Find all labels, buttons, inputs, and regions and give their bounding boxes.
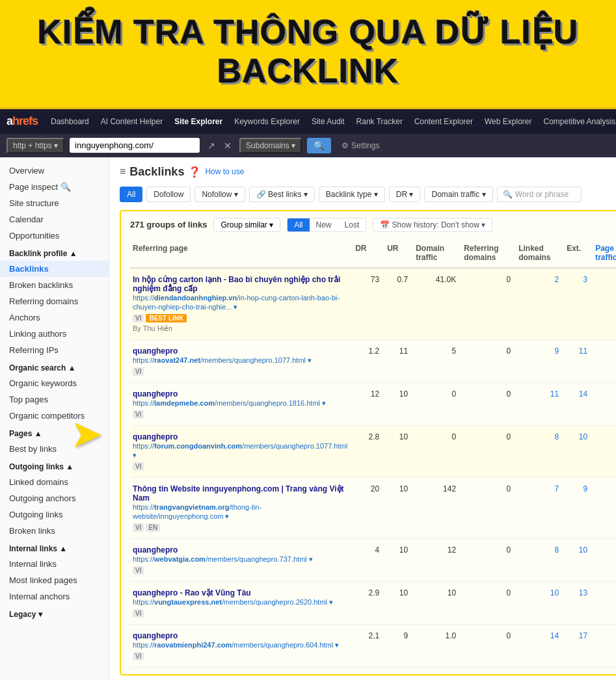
ext-link[interactable]: 10 <box>579 545 587 555</box>
filter-dr-btn[interactable]: DR ▾ <box>389 187 421 202</box>
sidebar-item-backlinks[interactable]: Backlinks <box>0 261 109 277</box>
section-backlink-profile[interactable]: Backlink profile ▲ <box>0 244 109 261</box>
clear-url-icon[interactable]: ✕ <box>221 139 234 152</box>
ext-link[interactable]: 9 <box>583 484 587 493</box>
settings-button[interactable]: ⚙ Settings <box>336 139 384 152</box>
ext-link[interactable]: 11 <box>579 347 587 356</box>
main-layout: Overview Page inspect 🔍 Site structure C… <box>0 157 616 680</box>
sidebar-item-broken-backlinks[interactable]: Broken backlinks <box>0 277 109 293</box>
ext-link[interactable]: 14 <box>579 389 587 399</box>
sidebar-item-opportunities[interactable]: Opportunities <box>0 228 109 244</box>
sidebar-item-calendar[interactable]: Calendar <box>0 211 109 228</box>
linked-domains-link[interactable]: 7 <box>554 484 559 493</box>
tab-new[interactable]: New <box>310 218 338 231</box>
col-linked-domains: Linked domains <box>516 242 561 263</box>
nav-ai-content[interactable]: AI Content Helper <box>96 114 168 129</box>
sidebar-item-site-structure[interactable]: Site structure <box>0 195 109 211</box>
sidebar-item-most-linked-pages[interactable]: Most linked pages <box>0 572 109 588</box>
nav-web-explorer[interactable]: Web Explorer <box>479 114 537 129</box>
linked-domains-link[interactable]: 2 <box>554 275 559 284</box>
filter-best-links-btn[interactable]: 🔗 Best links ▾ <box>249 187 315 202</box>
section-organic-search[interactable]: Organic search ▲ <box>0 358 109 375</box>
linked-domains-link[interactable]: 14 <box>550 631 559 640</box>
page-url-link[interactable]: https://lamdepmebe.com/members/quanghepr… <box>133 399 326 407</box>
col-page-traffic[interactable]: Page ▾ traffic <box>593 242 616 263</box>
section-outgoing-links[interactable]: Outgoing links ▲ <box>0 457 109 474</box>
sidebar-item-outgoing-links[interactable]: Outgoing links <box>0 506 109 523</box>
page-url-link[interactable]: https://raovatmienphi247.com/members/qua… <box>133 641 339 649</box>
sidebar-item-anchors[interactable]: Anchors <box>0 309 109 326</box>
results-top-bar: 271 groups of links Group similar ▾ All … <box>130 218 616 232</box>
filter-domain-traffic-btn[interactable]: Domain traffic ▾ <box>424 187 492 202</box>
nav-site-explorer[interactable]: Site Explorer <box>169 114 228 129</box>
nav-dashboard[interactable]: Dashboard <box>46 114 94 129</box>
show-history-btn[interactable]: 📅 Show history: Don't show ▾ <box>373 218 492 232</box>
sidebar-item-referring-domains[interactable]: Referring domains <box>0 293 109 309</box>
sidebar-item-broken-links[interactable]: Broken links <box>0 523 109 539</box>
page-title-link[interactable]: quanghepro <box>133 347 178 356</box>
open-new-tab-icon[interactable]: ↗ <box>205 139 218 152</box>
referring-page-cell: quanghepro https://raovat247.net/members… <box>130 345 350 377</box>
page-title-link[interactable]: quanghepro <box>133 631 178 640</box>
ext-cell: 10 <box>564 544 590 556</box>
linked-domains-link[interactable]: 8 <box>554 432 559 441</box>
page-url-link[interactable]: https://raovat247.net/members/quanghepro… <box>133 356 312 364</box>
linked-domains-cell: 7 <box>516 483 561 495</box>
nav-content-explorer[interactable]: Content Explorer <box>409 114 478 129</box>
col-referring-page: Referring page <box>130 242 350 263</box>
ahrefs-logo[interactable]: ahrefs <box>7 114 38 128</box>
sidebar-item-organic-keywords[interactable]: Organic keywords <box>0 375 109 391</box>
sidebar-item-top-pages[interactable]: Top pages <box>0 391 109 408</box>
section-legacy[interactable]: Legacy ▾ <box>0 605 109 621</box>
nav-competitive[interactable]: Competitive Analysis <box>538 114 616 129</box>
filter-all-btn[interactable]: All <box>120 187 142 202</box>
linked-domains-link[interactable]: 10 <box>550 588 559 597</box>
page-url-link[interactable]: https://vungtauexpress.net/members/quang… <box>133 598 333 606</box>
linked-domains-link[interactable]: 8 <box>554 545 559 555</box>
tab-all[interactable]: All <box>288 218 309 231</box>
nav-keywords[interactable]: Keywords Explorer <box>229 114 305 129</box>
search-button[interactable]: 🔍 <box>307 138 331 153</box>
url-input[interactable] <box>70 138 200 153</box>
page-url-link[interactable]: https://trangvangvietnam.org/thong-tin-w… <box>133 503 261 520</box>
filter-dofollow-btn[interactable]: Dofollow <box>146 187 191 202</box>
ext-link[interactable]: 13 <box>579 588 587 597</box>
sidebar-item-linking-authors[interactable]: Linking authors <box>0 326 109 342</box>
tab-lost[interactable]: Lost <box>338 218 366 231</box>
page-title-link[interactable]: quanghepro <box>133 545 178 555</box>
group-similar-btn[interactable]: Group similar ▾ <box>213 218 280 232</box>
page-title-link[interactable]: quanghepro - Rao vặt Vũng Tàu <box>133 588 251 597</box>
sidebar-item-page-inspect[interactable]: Page inspect 🔍 <box>0 179 109 195</box>
page-url-link[interactable]: https://forum.congdoanvinh.com/members/q… <box>133 442 347 459</box>
page-url-link[interactable]: https://webvatgia.com/members/quanghepro… <box>133 555 313 563</box>
how-to-use-link[interactable]: How to use <box>205 167 244 176</box>
nav-site-audit[interactable]: Site Audit <box>306 114 350 129</box>
sidebar-item-internal-anchors[interactable]: Internal anchors <box>0 588 109 605</box>
section-internal-links[interactable]: Internal links ▲ <box>0 539 109 556</box>
ext-link[interactable]: 10 <box>579 432 587 441</box>
filter-backlink-type-btn[interactable]: Backlink type ▾ <box>319 187 385 202</box>
keyword-search-filter[interactable]: 🔍 Word or phrase <box>497 187 582 202</box>
sidebar-item-linked-domains[interactable]: Linked domains <box>0 474 109 490</box>
sidebar-item-outgoing-anchors[interactable]: Outgoing anchors <box>0 490 109 506</box>
ext-cell: 10 <box>564 431 590 443</box>
sidebar-item-referring-ips[interactable]: Referring IPs <box>0 342 109 358</box>
nav-rank-tracker[interactable]: Rank Tracker <box>351 114 408 129</box>
ext-link[interactable]: 17 <box>579 631 587 640</box>
subdomain-selector[interactable]: Subdomains ▾ <box>239 138 302 153</box>
page-title-link[interactable]: In hộp cứng carton lạnh - Bao bì chuyên … <box>133 275 340 293</box>
sidebar-item-overview[interactable]: Overview <box>0 163 109 179</box>
referring-domains-cell: 0 <box>461 630 513 642</box>
ur-cell: 0.7 <box>384 274 410 285</box>
ext-link[interactable]: 3 <box>583 275 587 284</box>
sidebar-item-internal-links[interactable]: Internal links <box>0 556 109 572</box>
page-url-link[interactable]: https://diendandoanhnghiep.vn/in-hop-cun… <box>133 294 340 311</box>
page-title-link[interactable]: quanghepro <box>133 432 178 441</box>
page-title-link[interactable]: Thông tin Website innguyenphong.com | Tr… <box>133 484 344 503</box>
linked-domains-link[interactable]: 9 <box>554 347 559 356</box>
col-ext: Ext. <box>564 242 590 263</box>
filter-nofollow-btn[interactable]: Nofollow ▾ <box>194 187 245 202</box>
page-title-link[interactable]: quanghepro <box>133 389 178 399</box>
linked-domains-link[interactable]: 11 <box>550 389 559 399</box>
protocol-selector[interactable]: http + https ▾ <box>7 138 64 153</box>
